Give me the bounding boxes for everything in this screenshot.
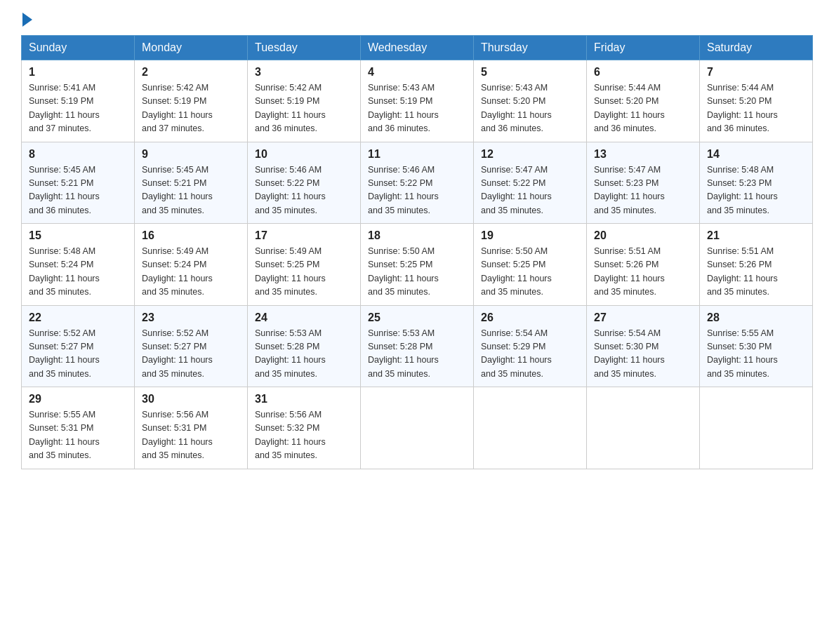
header-monday: Monday xyxy=(135,36,248,60)
day-number: 8 xyxy=(29,148,127,161)
day-info: Sunrise: 5:43 AMSunset: 5:19 PMDaylight:… xyxy=(368,81,466,136)
table-row: 11Sunrise: 5:46 AMSunset: 5:22 PMDayligh… xyxy=(361,142,474,224)
day-info: Sunrise: 5:45 AMSunset: 5:21 PMDaylight:… xyxy=(29,163,127,218)
day-number: 27 xyxy=(594,311,692,324)
table-row: 14Sunrise: 5:48 AMSunset: 5:23 PMDayligh… xyxy=(700,142,813,224)
day-info: Sunrise: 5:46 AMSunset: 5:22 PMDaylight:… xyxy=(368,163,466,218)
day-number: 12 xyxy=(481,148,579,161)
day-number: 6 xyxy=(594,66,692,79)
day-info: Sunrise: 5:42 AMSunset: 5:19 PMDaylight:… xyxy=(142,81,240,136)
table-row: 9Sunrise: 5:45 AMSunset: 5:21 PMDaylight… xyxy=(135,142,248,224)
table-row xyxy=(587,387,700,469)
day-info: Sunrise: 5:52 AMSunset: 5:27 PMDaylight:… xyxy=(142,327,240,382)
table-row: 8Sunrise: 5:45 AMSunset: 5:21 PMDaylight… xyxy=(22,142,135,224)
day-info: Sunrise: 5:48 AMSunset: 5:24 PMDaylight:… xyxy=(29,245,127,300)
header-saturday: Saturday xyxy=(700,36,813,60)
day-number: 28 xyxy=(707,311,805,324)
day-info: Sunrise: 5:50 AMSunset: 5:25 PMDaylight:… xyxy=(481,245,579,300)
logo xyxy=(21,14,32,24)
day-info: Sunrise: 5:44 AMSunset: 5:20 PMDaylight:… xyxy=(707,81,805,136)
table-row: 27Sunrise: 5:54 AMSunset: 5:30 PMDayligh… xyxy=(587,305,700,387)
logo-text xyxy=(21,14,32,27)
day-number: 24 xyxy=(255,311,353,324)
day-info: Sunrise: 5:47 AMSunset: 5:23 PMDaylight:… xyxy=(594,163,692,218)
table-row: 5Sunrise: 5:43 AMSunset: 5:20 PMDaylight… xyxy=(474,60,587,142)
day-number: 2 xyxy=(142,66,240,79)
header-friday: Friday xyxy=(587,36,700,60)
header-thursday: Thursday xyxy=(474,36,587,60)
day-number: 10 xyxy=(255,148,353,161)
day-info: Sunrise: 5:48 AMSunset: 5:23 PMDaylight:… xyxy=(707,163,805,218)
table-row: 29Sunrise: 5:55 AMSunset: 5:31 PMDayligh… xyxy=(22,387,135,469)
table-row: 1Sunrise: 5:41 AMSunset: 5:19 PMDaylight… xyxy=(22,60,135,142)
day-info: Sunrise: 5:53 AMSunset: 5:28 PMDaylight:… xyxy=(368,327,466,382)
table-row xyxy=(474,387,587,469)
day-info: Sunrise: 5:53 AMSunset: 5:28 PMDaylight:… xyxy=(255,327,353,382)
day-info: Sunrise: 5:45 AMSunset: 5:21 PMDaylight:… xyxy=(142,163,240,218)
day-info: Sunrise: 5:49 AMSunset: 5:24 PMDaylight:… xyxy=(142,245,240,300)
day-number: 1 xyxy=(29,66,127,79)
day-number: 11 xyxy=(368,148,466,161)
day-number: 3 xyxy=(255,66,353,79)
table-row: 7Sunrise: 5:44 AMSunset: 5:20 PMDaylight… xyxy=(700,60,813,142)
table-row: 23Sunrise: 5:52 AMSunset: 5:27 PMDayligh… xyxy=(135,305,248,387)
logo-arrow-icon xyxy=(22,13,32,27)
table-row: 26Sunrise: 5:54 AMSunset: 5:29 PMDayligh… xyxy=(474,305,587,387)
table-row: 31Sunrise: 5:56 AMSunset: 5:32 PMDayligh… xyxy=(248,387,361,469)
day-number: 9 xyxy=(142,148,240,161)
day-number: 30 xyxy=(142,393,240,405)
calendar-table: Sunday Monday Tuesday Wednesday Thursday… xyxy=(21,35,813,469)
day-info: Sunrise: 5:56 AMSunset: 5:32 PMDaylight:… xyxy=(255,408,353,463)
day-info: Sunrise: 5:41 AMSunset: 5:19 PMDaylight:… xyxy=(29,81,127,136)
day-number: 31 xyxy=(255,393,353,405)
day-number: 7 xyxy=(707,66,805,79)
table-row: 3Sunrise: 5:42 AMSunset: 5:19 PMDaylight… xyxy=(248,60,361,142)
day-info: Sunrise: 5:42 AMSunset: 5:19 PMDaylight:… xyxy=(255,81,353,136)
calendar-week-row: 29Sunrise: 5:55 AMSunset: 5:31 PMDayligh… xyxy=(22,387,813,469)
calendar-week-row: 8Sunrise: 5:45 AMSunset: 5:21 PMDaylight… xyxy=(22,142,813,224)
day-number: 25 xyxy=(368,311,466,324)
day-info: Sunrise: 5:55 AMSunset: 5:30 PMDaylight:… xyxy=(707,327,805,382)
day-number: 21 xyxy=(707,229,805,242)
table-row: 21Sunrise: 5:51 AMSunset: 5:26 PMDayligh… xyxy=(700,224,813,306)
day-info: Sunrise: 5:54 AMSunset: 5:29 PMDaylight:… xyxy=(481,327,579,382)
table-row: 10Sunrise: 5:46 AMSunset: 5:22 PMDayligh… xyxy=(248,142,361,224)
table-row: 25Sunrise: 5:53 AMSunset: 5:28 PMDayligh… xyxy=(361,305,474,387)
table-row: 24Sunrise: 5:53 AMSunset: 5:28 PMDayligh… xyxy=(248,305,361,387)
day-number: 22 xyxy=(29,311,127,324)
day-number: 5 xyxy=(481,66,579,79)
table-row: 22Sunrise: 5:52 AMSunset: 5:27 PMDayligh… xyxy=(22,305,135,387)
table-row: 12Sunrise: 5:47 AMSunset: 5:22 PMDayligh… xyxy=(474,142,587,224)
day-info: Sunrise: 5:50 AMSunset: 5:25 PMDaylight:… xyxy=(368,245,466,300)
table-row: 13Sunrise: 5:47 AMSunset: 5:23 PMDayligh… xyxy=(587,142,700,224)
day-number: 29 xyxy=(29,393,127,405)
day-info: Sunrise: 5:44 AMSunset: 5:20 PMDaylight:… xyxy=(594,81,692,136)
day-number: 15 xyxy=(29,229,127,242)
day-info: Sunrise: 5:47 AMSunset: 5:22 PMDaylight:… xyxy=(481,163,579,218)
table-row: 16Sunrise: 5:49 AMSunset: 5:24 PMDayligh… xyxy=(135,224,248,306)
day-info: Sunrise: 5:52 AMSunset: 5:27 PMDaylight:… xyxy=(29,327,127,382)
day-info: Sunrise: 5:56 AMSunset: 5:31 PMDaylight:… xyxy=(142,408,240,463)
day-number: 26 xyxy=(481,311,579,324)
table-row: 17Sunrise: 5:49 AMSunset: 5:25 PMDayligh… xyxy=(248,224,361,306)
table-row: 30Sunrise: 5:56 AMSunset: 5:31 PMDayligh… xyxy=(135,387,248,469)
day-info: Sunrise: 5:43 AMSunset: 5:20 PMDaylight:… xyxy=(481,81,579,136)
day-number: 23 xyxy=(142,311,240,324)
table-row xyxy=(700,387,813,469)
table-row: 28Sunrise: 5:55 AMSunset: 5:30 PMDayligh… xyxy=(700,305,813,387)
day-info: Sunrise: 5:46 AMSunset: 5:22 PMDaylight:… xyxy=(255,163,353,218)
calendar-week-row: 1Sunrise: 5:41 AMSunset: 5:19 PMDaylight… xyxy=(22,60,813,142)
day-info: Sunrise: 5:51 AMSunset: 5:26 PMDaylight:… xyxy=(707,245,805,300)
day-info: Sunrise: 5:55 AMSunset: 5:31 PMDaylight:… xyxy=(29,408,127,463)
table-row: 6Sunrise: 5:44 AMSunset: 5:20 PMDaylight… xyxy=(587,60,700,142)
weekday-header-row: Sunday Monday Tuesday Wednesday Thursday… xyxy=(22,36,813,60)
day-number: 19 xyxy=(481,229,579,242)
table-row: 4Sunrise: 5:43 AMSunset: 5:19 PMDaylight… xyxy=(361,60,474,142)
table-row: 2Sunrise: 5:42 AMSunset: 5:19 PMDaylight… xyxy=(135,60,248,142)
day-number: 18 xyxy=(368,229,466,242)
table-row: 19Sunrise: 5:50 AMSunset: 5:25 PMDayligh… xyxy=(474,224,587,306)
header-sunday: Sunday xyxy=(22,36,135,60)
day-number: 14 xyxy=(707,148,805,161)
day-number: 13 xyxy=(594,148,692,161)
day-number: 20 xyxy=(594,229,692,242)
